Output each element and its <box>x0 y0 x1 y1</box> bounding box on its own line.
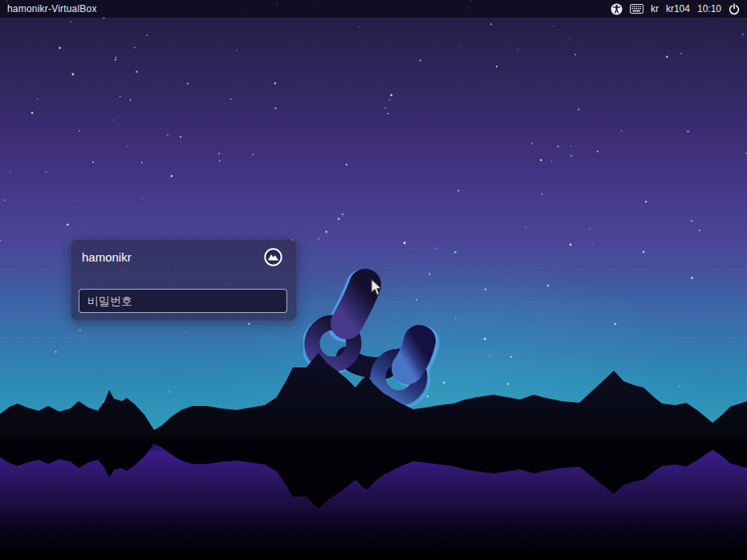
system-tray: kr kr104 10:10 <box>611 3 740 15</box>
power-icon[interactable] <box>729 3 740 15</box>
water-surface <box>0 436 747 560</box>
hostname-label: hamonikr-VirtualBox <box>7 3 97 14</box>
username-label: hamonikr <box>82 250 132 264</box>
desktop-background: hamonikr-VirtualBox kr <box>0 0 747 560</box>
accessibility-icon[interactable] <box>611 3 623 15</box>
login-header: hamonikr <box>71 240 296 266</box>
login-dialog: hamonikr <box>71 239 297 321</box>
top-panel: hamonikr-VirtualBox kr <box>0 0 747 18</box>
reflection-glow <box>0 437 747 555</box>
sky-gradient <box>0 0 747 443</box>
keyboard-layout-label[interactable]: kr <box>651 3 659 14</box>
password-input[interactable] <box>79 289 287 313</box>
keyboard-icon[interactable] <box>630 4 643 14</box>
keyboard-variant-label[interactable]: kr104 <box>666 3 690 14</box>
mountain-badge-icon[interactable] <box>264 248 282 266</box>
clock-label: 10:10 <box>697 3 721 14</box>
mountains-reflection <box>0 436 747 509</box>
